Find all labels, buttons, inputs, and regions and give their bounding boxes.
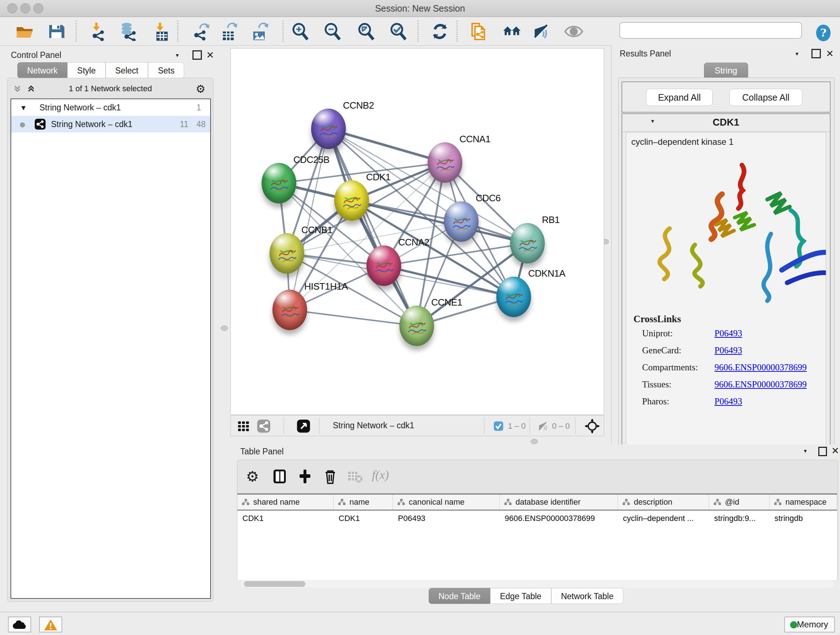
network-options-gear-icon[interactable]: ⚙ [196,82,205,95]
gene-collapse-icon[interactable]: ▾ [651,118,654,125]
zoom-fit-icon[interactable] [357,22,376,41]
selected-checkbox-icon[interactable] [493,421,504,432]
protein-ribbon-thumbnail [515,232,540,256]
column-header--id[interactable]: @id [709,494,769,510]
node-CDKN1A[interactable] [496,277,531,317]
crosslink-label: GeneCard: [642,345,681,355]
export-image-icon[interactable] [249,22,268,41]
import-network-from-database-icon[interactable] [118,22,137,41]
table-panel-float-icon[interactable] [818,447,827,456]
control-panel-menu-icon[interactable]: ▾ [176,52,179,59]
export-network-icon[interactable] [191,22,210,41]
cloud-button[interactable] [8,616,31,632]
grid-view-icon[interactable] [237,420,249,434]
bottom-divider-grip[interactable] [531,439,538,444]
column-header-shared-name[interactable]: shared name [237,494,333,510]
collection-collapse-icon[interactable]: ▾ [21,99,26,116]
save-session-icon[interactable] [47,22,66,41]
help-icon[interactable]: ? [814,24,833,42]
zoom-selected-icon[interactable] [389,22,408,41]
expand-all-button[interactable]: Expand All [646,89,713,106]
gene-section-header[interactable]: ▾ CDK1 [622,114,830,132]
tab-network-table[interactable]: Network Table [551,588,623,604]
crosslink-link[interactable]: 9606.ENSP00000378699 [714,363,807,372]
column-header-name[interactable]: name [333,494,393,510]
string-network-icon [34,119,46,135]
crosslink-link[interactable]: 9606.ENSP00000378699 [714,379,807,390]
zoom-out-icon[interactable] [323,22,342,41]
collapse-all-button[interactable]: Collapse All [729,89,802,106]
table-cell: 9606.ENSP00000378699 [500,510,618,526]
column-type-icon [622,496,630,510]
import-network-from-file-icon[interactable] [88,22,107,41]
function-builder-icon: f(x) [372,468,404,485]
show-columns-icon[interactable] [271,468,288,485]
tab-sets[interactable]: Sets [148,62,184,78]
node-CCNA2[interactable] [366,245,401,286]
table-settings-gear-icon[interactable]: ⚙ [246,468,263,485]
protein-ribbon-thumbnail [432,151,457,176]
column-header-description[interactable]: description [618,494,709,510]
column-header-namespace[interactable]: namespace [769,494,837,510]
node-CCNA1[interactable] [428,142,462,183]
table-row[interactable]: CDK1CDK1P064939606.ENSP00000378699cyclin… [237,510,837,526]
zoom-in-icon[interactable] [291,22,309,41]
tab-network[interactable]: Network [17,62,67,78]
node-RB1[interactable] [510,223,545,264]
node-label-CCNB1: CCNB1 [302,225,332,236]
fit-crosshair-icon[interactable] [584,418,600,435]
scrollbar-thumb[interactable] [244,581,305,587]
crosslink-row: Compartments:9606.ENSP00000378699 [642,363,826,379]
tab-node-table[interactable]: Node Table [429,588,490,604]
results-panel-float-icon[interactable] [812,49,821,58]
control-panel-close-icon[interactable]: ✕ [206,50,214,61]
crosslink-link[interactable]: P06493 [714,396,742,407]
left-divider-grip[interactable] [221,325,228,331]
string-home-icon[interactable] [502,22,521,41]
network-canvas[interactable]: CCNB2CCNA1CDC25BCDK1CDC6RB1CCNB1CCNA2CDK… [231,48,604,415]
results-panel-close-icon[interactable]: ✕ [826,48,834,59]
crosslink-link[interactable]: P06493 [714,328,742,339]
toolbar-separator [417,21,418,42]
node-CDC6[interactable] [444,201,478,242]
column-header-canonical-name[interactable]: canonical name [393,494,500,510]
network-share-view-icon[interactable] [257,419,271,434]
hidden-eye-icon[interactable] [537,421,548,434]
network-collection-row[interactable]: ▾ String Network – cdk1 1 [11,99,210,116]
show-all-icon[interactable] [564,22,583,41]
tab-style[interactable]: Style [67,62,105,78]
tab-string[interactable]: String [704,63,748,79]
column-type-icon [338,496,346,510]
refresh-icon[interactable] [431,22,449,41]
node-HIST1H1A[interactable] [272,290,307,330]
tab-select[interactable]: Select [106,62,148,78]
network-row[interactable]: String Network – cdk1 11 48 [11,116,210,133]
table-panel-menu-icon[interactable]: ▾ [804,448,807,454]
results-panel-menu-icon[interactable]: ▾ [796,50,798,57]
tab-edge-table[interactable]: Edge Table [490,588,551,604]
import-table-icon[interactable] [151,22,170,41]
add-column-icon[interactable] [297,468,313,485]
table-panel-close-icon[interactable]: ✕ [831,445,839,456]
node-CCNB2[interactable] [311,109,346,149]
string-results-container: Expand All Collapse All ▾ CDK1 cyclin–de… [618,78,835,466]
column-label: canonical name [409,497,464,507]
warning-button[interactable] [39,616,62,632]
table-horizontal-scrollbar[interactable] [241,580,834,587]
node-CDK1[interactable] [334,180,369,221]
crosslink-link[interactable]: P06493 [714,345,742,356]
node-CDC25B[interactable] [262,163,296,203]
node-label-CCNA1: CCNA1 [459,134,491,145]
memory-button[interactable]: Memory [784,616,835,632]
node-CCNE1[interactable] [399,306,434,346]
birdseye-view-icon[interactable] [297,419,310,434]
hide-selected-icon[interactable] [531,22,550,41]
column-header-database-identifier[interactable]: database identifier [500,494,618,510]
node-CCNB1[interactable] [270,233,304,274]
copy-network-icon[interactable] [469,22,488,41]
open-session-icon[interactable] [15,22,34,41]
control-panel-float-icon[interactable] [193,50,202,60]
delete-column-icon[interactable] [322,468,339,485]
export-table-icon[interactable] [218,22,237,41]
search-input[interactable] [619,22,802,39]
